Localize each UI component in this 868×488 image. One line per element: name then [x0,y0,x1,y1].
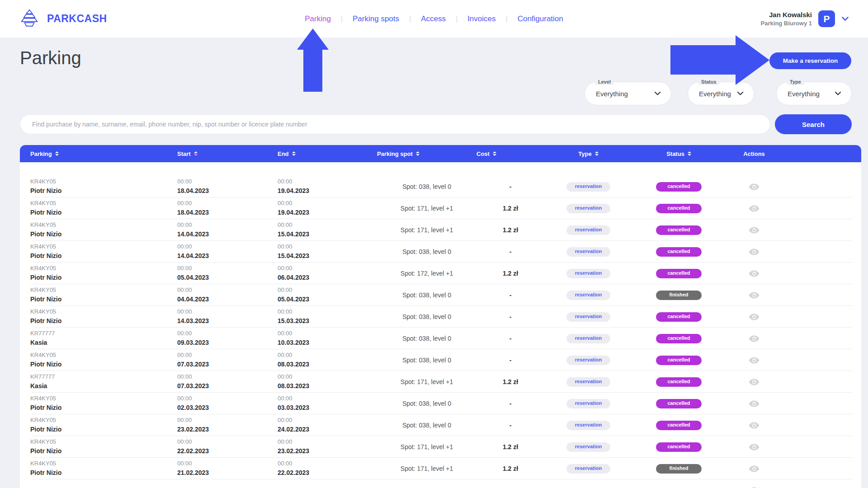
sort-icon[interactable] [416,151,420,156]
view-details-eye-icon[interactable] [749,292,760,299]
customer-name: Piotr Nizio [30,273,177,282]
view-details-eye-icon[interactable] [749,249,760,255]
column-header[interactable]: Parking [20,150,177,157]
licence-plate: KR4KY05 [30,286,177,295]
annotation-arrow-right [670,35,769,85]
end-date: 05.04.2023 [278,295,377,304]
end-time: 00:00 [278,221,377,230]
start-date: 02.03.2023 [177,403,278,412]
parking-spot: Spot: 171, level +1 [401,464,453,473]
search-button[interactable]: Search [775,114,852,134]
customer-name: Piotr Nizio [30,251,177,260]
type-badge: reservation [566,377,610,387]
make-reservation-button[interactable]: Make a reservation [769,52,851,69]
sort-icon[interactable] [194,151,198,156]
type-badge: reservation [566,204,610,213]
column-header[interactable]: Actions [725,150,783,157]
column-header-label: Parking spot [377,150,413,157]
column-header[interactable]: Parking spot [377,150,476,157]
nav-item-invoices[interactable]: Invoices [467,14,496,23]
view-details-eye-icon[interactable] [749,227,760,234]
type-badge: reservation [566,182,610,192]
level-filter-select[interactable]: Level Everything [585,82,671,105]
nav-item-parking-spots[interactable]: Parking spots [352,14,400,23]
table-body: KR4KY05 Piotr Nizio 00:00 18.04.2023 00:… [20,162,861,488]
chevron-down-icon[interactable] [841,15,849,23]
avatar[interactable]: P [818,10,835,27]
parking-spot: Spot: 038, level 0 [402,182,451,191]
type-badge: reservation [566,291,610,300]
view-details-eye-icon[interactable] [749,205,760,212]
end-time: 00:00 [278,243,377,251]
nav-item-access[interactable]: Access [420,14,447,23]
start-date: 14.03.2023 [177,316,278,325]
table-row: KR77777 Kasia 00:00 07.03.2023 00:00 08.… [20,371,861,393]
view-details-eye-icon[interactable] [749,183,760,190]
sort-icon[interactable] [55,151,59,156]
start-time: 00:00 [177,416,278,425]
customer-name: Piotr Nizio [30,230,177,239]
view-details-eye-icon[interactable] [749,270,760,277]
sort-icon[interactable] [292,151,296,156]
table-row: KR4KY05 Piotr Nizio 00:00 05.04.2023 00:… [20,263,861,284]
type-filter-label: Type [787,79,804,85]
column-header[interactable]: Type [544,150,632,157]
cost-value: 1.2 zł [503,464,518,473]
sort-icon[interactable] [688,151,691,156]
customer-name: Piotr Nizio [30,360,177,369]
table-row: KR4KY05 Piotr Nizio 00:00 18.04.2023 00:… [20,176,861,197]
search-input[interactable] [20,114,770,134]
type-badge: reservation [566,225,610,235]
table-row: KR4KY05 00:00 00:00 [20,479,861,488]
status-badge: cancelled [656,312,702,322]
parking-spot: Spot: 171, level +1 [401,442,453,451]
type-badge: reservation [566,312,610,322]
parking-spot: Spot: 171, level +1 [401,377,453,386]
customer-name: Kasia [30,381,177,390]
page-title: Parking [20,48,81,68]
cost-value: - [509,182,512,191]
customer-name: Piotr Nizio [30,403,177,412]
licence-plate: KR4KY05 [30,351,177,360]
status-badge: cancelled [656,421,702,430]
licence-plate: KR4KY05 [30,264,177,273]
parking-spot: Spot: 038, level 0 [402,247,451,256]
sort-icon[interactable] [595,151,599,156]
end-date: 22.02.2023 [278,468,377,477]
view-details-eye-icon[interactable] [749,465,760,472]
column-header[interactable]: Status [632,150,725,157]
sort-icon[interactable] [493,151,496,156]
licence-plate: KR4KY05 [30,394,177,403]
column-header[interactable]: Cost [476,150,544,157]
nav-item-parking[interactable]: Parking [304,14,332,23]
cost-value: - [509,399,512,408]
table-row: KR4KY05 Piotr Nizio 00:00 23.02.2023 00:… [20,414,861,436]
column-header[interactable]: Start [177,150,278,157]
nav-item-configuration[interactable]: Configuration [517,14,564,23]
type-badge: reservation [566,247,610,257]
type-badge: reservation [566,442,610,452]
customer-name: Piotr Nizio [30,446,177,455]
view-details-eye-icon[interactable] [749,379,760,385]
level-filter-label: Level [595,79,614,85]
cost-value: - [509,291,512,300]
view-details-eye-icon[interactable] [749,400,760,407]
view-details-eye-icon[interactable] [749,422,760,429]
user-menu[interactable]: Jan Kowalski Parking Biurowy 1 P [761,0,849,38]
customer-name: Piotr Nizio [30,316,177,325]
view-details-eye-icon[interactable] [749,444,760,450]
type-filter-select[interactable]: Type Everything [776,82,852,105]
end-date: 06.04.2023 [278,273,377,282]
view-details-eye-icon[interactable] [749,314,760,320]
view-details-eye-icon[interactable] [749,357,760,364]
column-header[interactable]: End [278,150,377,157]
column-header-label: Actions [743,150,765,157]
view-details-eye-icon[interactable] [749,335,760,342]
licence-plate: KR77777 [30,329,177,338]
status-filter-select[interactable]: Status Everything [688,82,754,105]
start-time: 00:00 [177,243,278,251]
status-badge: cancelled [656,204,702,213]
cost-value: 1.2 zł [503,377,518,386]
start-date: 05.04.2023 [177,273,278,282]
start-time: 00:00 [177,329,278,338]
